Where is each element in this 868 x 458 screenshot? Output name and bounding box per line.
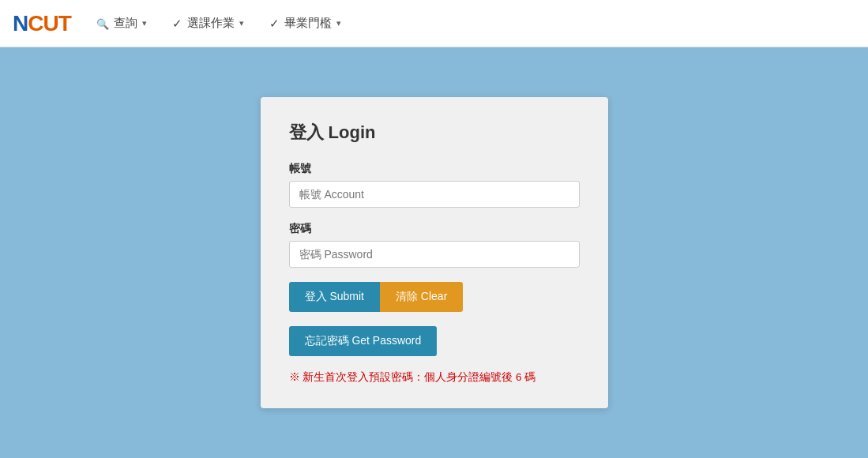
search-icon — [96, 17, 111, 30]
chevron-down-icon: ▾ — [239, 18, 244, 28]
nav-course-label: 選課作業 — [187, 16, 235, 31]
site-logo: NCUT — [13, 11, 71, 36]
password-label: 密碼 — [289, 222, 580, 236]
nav-graduation[interactable]: 畢業門檻 ▾ — [260, 11, 351, 36]
notice-text: ※ 新生首次登入預設密碼：個人身分證編號後 6 碼 — [289, 370, 580, 385]
chevron-down-icon: ▾ — [336, 18, 341, 28]
nav-course[interactable]: 選課作業 ▾ — [163, 11, 254, 36]
login-title: 登入 Login — [289, 121, 580, 145]
login-card: 登入 Login 帳號 密碼 登入 Submit 清除 Clear 忘記密碼 G… — [261, 97, 608, 408]
nav-graduation-label: 畢業門檻 — [284, 16, 332, 31]
nav-query[interactable]: 查詢 ▾ — [87, 11, 156, 36]
check-icon — [269, 17, 281, 31]
check-icon — [172, 17, 184, 31]
action-buttons: 登入 Submit 清除 Clear — [289, 282, 580, 312]
password-input[interactable] — [289, 241, 580, 268]
account-field-group: 帳號 — [289, 162, 580, 208]
chevron-down-icon: ▾ — [142, 18, 147, 28]
navbar: NCUT 查詢 ▾ 選課作業 ▾ 畢業門檻 ▾ — [0, 0, 868, 47]
clear-button[interactable]: 清除 Clear — [380, 282, 463, 312]
nav-query-label: 查詢 — [114, 16, 137, 31]
account-label: 帳號 — [289, 162, 580, 176]
submit-button[interactable]: 登入 Submit — [289, 282, 380, 312]
password-field-group: 密碼 — [289, 222, 580, 268]
main-content: 登入 Login 帳號 密碼 登入 Submit 清除 Clear 忘記密碼 G… — [0, 47, 868, 458]
get-password-button[interactable]: 忘記密碼 Get Password — [289, 326, 438, 356]
account-input[interactable] — [289, 181, 580, 208]
